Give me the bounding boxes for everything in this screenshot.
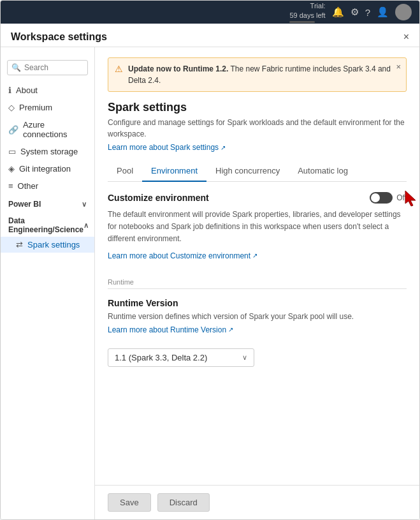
toggle-label: Off [396,193,407,202]
external-link-icon: ↗ [252,252,257,259]
dialog-title: Workspace settings [11,31,107,43]
chevron-down-icon: ∨ [82,200,87,209]
footer: Save Discard [95,485,419,519]
sidebar: 🔍 ℹ About ◇ Premium 🔗 Azure connections … [1,47,95,519]
sidebar-item-label: Other [18,181,39,191]
sidebar-section-power-bi[interactable]: Power BI ∨ [1,195,94,211]
diamond-icon: ◇ [8,103,15,112]
sidebar-item-label: Spark settings [27,240,80,249]
alert-close-button[interactable]: × [396,62,401,71]
link-icon: 🔗 [8,125,18,135]
page-subtitle: Configure and manage settings for Spark … [108,117,407,140]
close-button[interactable]: × [403,32,409,42]
learn-runtime-version-link[interactable]: Learn more about Runtime Version ↗ [108,325,233,334]
sidebar-item-other[interactable]: ≡ Other [1,177,94,195]
sidebar-item-azure-connections[interactable]: 🔗 Azure connections [1,116,94,143]
trial-progress-bar [289,21,315,23]
alert-text: Update now to Runtime 1.2. The new Fabri… [128,63,400,86]
sidebar-item-premium[interactable]: ◇ Premium [1,99,94,116]
main-panel: ⚠ Update now to Runtime 1.2. The new Fab… [95,47,419,519]
sidebar-item-label: Git integration [19,164,71,174]
main-content: ⚠ Update now to Runtime 1.2. The new Fab… [95,47,419,485]
workspace-settings-dialog: Trial: 59 days left 🔔 ⚙ ? 👤 Workspace se… [0,0,420,520]
alert-banner: ⚠ Update now to Runtime 1.2. The new Fab… [108,57,407,92]
chevron-down-icon: ∨ [242,353,247,362]
chevron-up-icon: ∧ [83,221,89,230]
sidebar-item-label: Azure connections [23,120,87,139]
section-label: Power BI [8,200,41,209]
tabs: Pool Environment High concurrency Automa… [108,161,407,182]
tab-high-concurrency[interactable]: High concurrency [206,161,289,182]
save-button[interactable]: Save [108,493,151,512]
customize-environment-title: Customize environment [108,193,209,203]
runtime-divider-label: Runtime [108,278,407,289]
dialog-title-bar: Workspace settings × [1,24,419,47]
sidebar-item-about[interactable]: ℹ About [1,82,94,99]
page-title: Spark settings [108,101,407,114]
help-icon[interactable]: ? [365,7,370,18]
sidebar-item-git-integration[interactable]: ◈ Git integration [1,160,94,177]
avatar[interactable] [395,4,412,20]
search-box[interactable]: 🔍 [7,60,88,75]
discard-button[interactable]: Discard [157,493,210,512]
customize-environment-toggle[interactable] [370,192,393,204]
tab-pool[interactable]: Pool [108,161,142,182]
learn-spark-settings-link[interactable]: Learn more about Spark settings ↗ [108,143,226,152]
sidebar-item-system-storage[interactable]: ▭ System storage [1,143,94,160]
sidebar-item-label: System storage [20,147,78,156]
trial-info: Trial: 59 days left [289,1,325,23]
spark-icon: ⇄ [16,240,23,249]
tab-environment[interactable]: Environment [142,161,206,182]
runtime-version-title: Runtime Version [108,298,407,308]
sidebar-item-label: Premium [19,103,52,112]
git-icon: ◈ [8,164,15,174]
sidebar-item-label: About [16,85,38,95]
info-icon: ℹ [8,85,11,95]
customize-environment-description: The default environment will provide Spa… [108,209,407,246]
sidebar-item-spark-settings[interactable]: ⇄ Spark settings [1,237,94,253]
gear-icon[interactable]: ⚙ [351,6,359,18]
alert-triangle-icon: ⚠ [115,64,123,74]
list-icon: ≡ [8,181,13,191]
customize-environment-section-header: Customize environment Off [108,192,407,204]
bell-icon[interactable]: 🔔 [332,6,344,18]
content-area: 🔍 ℹ About ◇ Premium 🔗 Azure connections … [1,47,419,519]
runtime-version-subtitle: Runtime version defines which version of… [108,311,407,322]
toggle-knob [371,193,380,202]
alert-text-bold: Update now to Runtime 1.2. [128,64,228,73]
sidebar-section-data-engineering[interactable]: Data Engineering/Science ∧ [1,211,94,237]
runtime-version-dropdown[interactable]: 1.1 (Spark 3.3, Delta 2.2) ∨ [108,348,254,367]
external-link-icon: ↗ [228,326,233,333]
user-icon[interactable]: 👤 [377,6,389,18]
toggle-area: Off [370,192,407,204]
runtime-version-value: 1.1 (Spark 3.3, Delta 2.2) [115,353,207,362]
svg-marker-0 [405,191,416,206]
section-label: Data Engineering/Science [8,216,83,234]
tab-automatic-log[interactable]: Automatic log [289,161,357,182]
storage-icon: ▭ [8,147,16,156]
search-input[interactable] [24,63,83,72]
external-link-icon: ↗ [221,144,226,151]
topbar: Trial: 59 days left 🔔 ⚙ ? 👤 [1,1,419,24]
search-icon: 🔍 [11,63,21,72]
topbar-icons: 🔔 ⚙ ? 👤 [332,4,412,20]
learn-customize-environment-link[interactable]: Learn more about Customize environment ↗ [108,251,257,260]
